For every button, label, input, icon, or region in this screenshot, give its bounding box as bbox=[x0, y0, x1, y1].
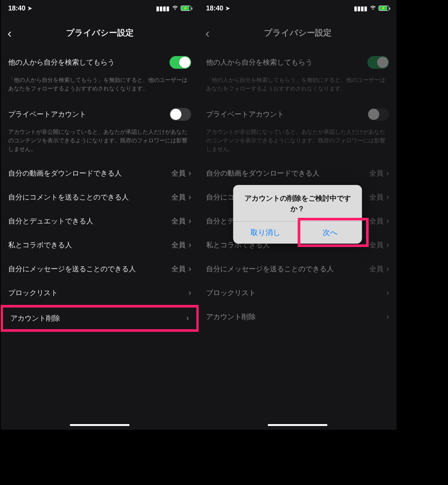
wifi-icon bbox=[172, 5, 178, 12]
row-label: 自分の動画をダウンロードできる人 bbox=[206, 169, 320, 178]
dialog-cancel-button[interactable]: 取り消し bbox=[233, 222, 298, 244]
header: ‹ プライバシー設定 bbox=[199, 16, 396, 49]
row-value: 全員 bbox=[171, 216, 186, 226]
row-value: 全員 bbox=[171, 192, 186, 202]
row-value: 全員 bbox=[369, 192, 383, 202]
status-bar: 18:40 ➤ ▮▮▮▮ ⚡ bbox=[1, 0, 199, 16]
row-label: 自分の動画をダウンロードできる人 bbox=[8, 169, 122, 178]
home-indicator[interactable] bbox=[70, 424, 130, 426]
row-allow-search[interactable]: 他の人から自分を検索してもらう bbox=[1, 49, 199, 75]
screen-left: 18:40 ➤ ▮▮▮▮ ⚡ ‹ プライバシー設定 他の人から自分を検索してもら… bbox=[1, 0, 199, 430]
row-blocklist[interactable]: ブロックリスト › bbox=[1, 281, 199, 305]
row-duet[interactable]: 自分とデュエットできる人 全員› bbox=[1, 209, 199, 233]
row-label: プライベートアカウント bbox=[8, 109, 86, 119]
row-delete-account[interactable]: アカウント削除 › bbox=[199, 305, 396, 329]
row-private-account[interactable]: プライベートアカウント bbox=[199, 101, 396, 127]
row-collab[interactable]: 私とコラボできる人 全員› bbox=[1, 233, 199, 257]
battery-icon: ⚡ bbox=[181, 6, 191, 11]
toggle-private-account[interactable] bbox=[367, 108, 389, 121]
chevron-right-icon: › bbox=[386, 312, 389, 322]
status-bar: 18:40 ➤ ▮▮▮▮ ⚡ bbox=[199, 0, 396, 16]
battery-icon: ⚡ bbox=[379, 6, 389, 11]
status-time: 18:40 bbox=[206, 4, 223, 12]
row-label: ブロックリスト bbox=[8, 288, 58, 298]
row-label: 自分にメッセージを送ることのできる人 bbox=[8, 264, 136, 274]
desc-private-account: アカウントが非公開になっていると、あなたが承認した人だけがあなたのコンテンツを表… bbox=[199, 127, 396, 162]
status-time: 18:40 bbox=[8, 4, 25, 12]
row-allow-search[interactable]: 他の人から自分を検索してもらう bbox=[199, 49, 396, 75]
row-label: 自分にメッセージを送ることのできる人 bbox=[206, 264, 334, 274]
row-label: ブロックリスト bbox=[206, 288, 256, 298]
chevron-right-icon: › bbox=[189, 192, 191, 202]
header: ‹ プライバシー設定 bbox=[1, 16, 199, 49]
signal-icon: ▮▮▮▮ bbox=[156, 5, 169, 12]
row-download[interactable]: 自分の動画をダウンロードできる人 全員› bbox=[199, 161, 396, 185]
row-label: アカウント削除 bbox=[10, 313, 60, 323]
row-label: 自分にコメントを送ることのできる人 bbox=[8, 192, 129, 202]
signal-icon: ▮▮▮▮ bbox=[354, 5, 367, 12]
chevron-right-icon: › bbox=[189, 216, 191, 226]
toggle-private-account[interactable] bbox=[169, 108, 191, 121]
wifi-icon bbox=[370, 5, 376, 12]
dialog-next-button[interactable]: 次へ bbox=[298, 222, 362, 244]
confirm-dialog: アカウントの削除をご検討中ですか？ 取り消し 次へ bbox=[233, 185, 362, 244]
chevron-right-icon: › bbox=[189, 240, 191, 250]
desc-allow-search: 「他の人から自分を検索してもらう」を無効にすると、他のユーザーはあなたをフォロー… bbox=[1, 75, 199, 101]
row-label: プライベートアカウント bbox=[206, 109, 284, 119]
page-title: プライバシー設定 bbox=[1, 27, 199, 38]
toggle-allow-search[interactable] bbox=[367, 56, 389, 69]
row-private-account[interactable]: プライベートアカウント bbox=[1, 101, 199, 127]
row-value: 全員 bbox=[369, 216, 383, 226]
location-icon: ➤ bbox=[225, 5, 230, 11]
row-label: アカウント削除 bbox=[206, 312, 256, 322]
row-value: 全員 bbox=[171, 240, 186, 250]
row-value: 全員 bbox=[369, 169, 383, 178]
row-message[interactable]: 自分にメッセージを送ることのできる人 全員› bbox=[1, 257, 199, 281]
row-value: 全員 bbox=[369, 240, 383, 250]
page-title: プライバシー設定 bbox=[199, 27, 396, 38]
row-download[interactable]: 自分の動画をダウンロードできる人 全員› bbox=[1, 161, 199, 185]
chevron-right-icon: › bbox=[189, 264, 191, 274]
location-icon: ➤ bbox=[28, 5, 32, 11]
chevron-right-icon: › bbox=[386, 192, 389, 202]
row-label: 他の人から自分を検索してもらう bbox=[8, 58, 115, 67]
row-value: 全員 bbox=[171, 169, 186, 178]
row-message[interactable]: 自分にメッセージを送ることのできる人 全員› bbox=[199, 257, 396, 281]
row-delete-account[interactable]: アカウント削除 › bbox=[1, 305, 199, 332]
row-comment[interactable]: 自分にコメントを送ることのできる人 全員› bbox=[1, 185, 199, 209]
chevron-right-icon: › bbox=[386, 216, 389, 226]
dialog-message: アカウントの削除をご検討中ですか？ bbox=[233, 185, 362, 221]
row-value: 全員 bbox=[369, 264, 383, 274]
chevron-right-icon: › bbox=[386, 288, 389, 298]
chevron-right-icon: › bbox=[186, 313, 189, 323]
row-blocklist[interactable]: ブロックリスト › bbox=[199, 281, 396, 305]
chevron-right-icon: › bbox=[386, 169, 389, 178]
home-indicator[interactable] bbox=[268, 424, 327, 426]
toggle-allow-search[interactable] bbox=[169, 56, 191, 69]
desc-private-account: アカウントが非公開になっていると、あなたが承認した人だけがあなたのコンテンツを表… bbox=[1, 127, 199, 162]
chevron-right-icon: › bbox=[189, 169, 191, 178]
row-label: 私とコラボできる人 bbox=[8, 240, 72, 250]
row-label: 他の人から自分を検索してもらう bbox=[206, 58, 312, 67]
row-label: 自分とデュエットできる人 bbox=[8, 216, 93, 226]
chevron-right-icon: › bbox=[189, 288, 191, 298]
desc-allow-search: 「他の人から自分を検索してもらう」を無効にすると、他のユーザーはあなたをフォロー… bbox=[199, 75, 396, 101]
chevron-right-icon: › bbox=[386, 264, 389, 274]
row-value: 全員 bbox=[171, 264, 186, 274]
chevron-right-icon: › bbox=[386, 240, 389, 250]
screen-right: 18:40 ➤ ▮▮▮▮ ⚡ ‹ プライバシー設定 他の人から自分を検索してもら… bbox=[199, 0, 396, 430]
